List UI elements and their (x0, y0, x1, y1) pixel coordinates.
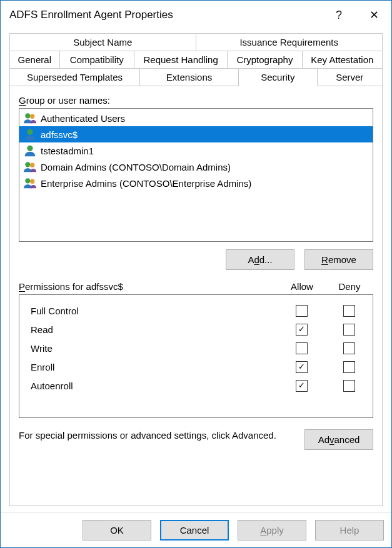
list-item-label: Enterprise Admins (CONTOSO\Enterprise Ad… (41, 178, 251, 189)
list-item[interactable]: tstestadmin1 (19, 142, 373, 159)
tab-extensions[interactable]: Extensions (140, 69, 239, 86)
allow-checkbox[interactable] (296, 380, 308, 392)
user-icon (23, 144, 37, 157)
permission-name: Autoenroll (31, 381, 278, 391)
list-item-label: Domain Admins (CONTOSO\Domain Admins) (41, 162, 231, 172)
help-button[interactable]: ? (321, 1, 356, 29)
permission-row: Write (19, 339, 373, 357)
allow-checkbox[interactable] (296, 324, 308, 336)
list-item[interactable]: Enterprise Admins (CONTOSO\Enterprise Ad… (19, 175, 373, 191)
tab-key-attestation[interactable]: Key Attestation (303, 51, 383, 69)
advanced-hint-text: For special permissions or advanced sett… (19, 429, 294, 442)
add-button[interactable]: Add... (226, 249, 294, 270)
dialog-body: Subject Name Issuance Requirements Gener… (1, 29, 391, 512)
tab-cryptography[interactable]: Cryptography (228, 51, 302, 69)
list-item[interactable]: adfssvc$ (19, 126, 373, 142)
list-item-label: tstestadmin1 (41, 146, 94, 156)
tab-general[interactable]: General (9, 51, 60, 69)
security-panel: Group or user names: Authenticated Users… (9, 86, 383, 506)
cancel-button[interactable]: Cancel (160, 520, 229, 541)
list-item-label: adfssvc$ (41, 129, 78, 140)
list-item[interactable]: Authenticated Users (19, 110, 373, 126)
allow-checkbox[interactable] (296, 361, 308, 373)
advanced-row: For special permissions or advanced sett… (19, 429, 373, 450)
titlebar: ADFS Enrollment Agent Properties ? ✕ (1, 1, 391, 29)
advanced-button[interactable]: Advanced (304, 429, 373, 450)
properties-dialog: ADFS Enrollment Agent Properties ? ✕ Sub… (0, 0, 392, 548)
tab-server[interactable]: Server (318, 69, 383, 86)
permission-row: Autoenroll (19, 376, 373, 395)
permission-name: Enroll (31, 362, 278, 372)
remove-button[interactable]: Remove (304, 249, 373, 270)
tab-compatibility[interactable]: Compatibility (60, 51, 134, 69)
column-allow: Allow (278, 281, 326, 292)
action-bar: OK Cancel Apply Help (1, 512, 391, 547)
permission-row: Enroll (19, 357, 373, 376)
tab-issuance-requirements[interactable]: Issuance Requirements (196, 33, 383, 51)
tab-security[interactable]: Security (239, 69, 317, 86)
group-user-list[interactable]: Authenticated Usersadfssvc$tstestadmin1D… (19, 108, 373, 242)
window-title: ADFS Enrollment Agent Properties (9, 9, 321, 21)
user-icon (23, 127, 37, 141)
column-deny: Deny (326, 281, 373, 292)
group-icon (23, 176, 37, 190)
ok-button[interactable]: OK (83, 520, 151, 541)
tab-superseded-templates[interactable]: Superseded Templates (9, 69, 140, 86)
close-button[interactable]: ✕ (356, 1, 391, 29)
allow-checkbox[interactable] (296, 342, 308, 354)
deny-checkbox[interactable] (343, 324, 355, 336)
group-icon (23, 111, 37, 125)
apply-button[interactable]: Apply (238, 520, 306, 541)
deny-checkbox[interactable] (343, 342, 355, 354)
permissions-header: Permissions for adfssvc$ Allow Deny (19, 281, 373, 292)
permissions-list: Full ControlReadWriteEnrollAutoenroll (19, 294, 373, 418)
group-icon (23, 160, 37, 174)
tab-request-handling[interactable]: Request Handling (134, 51, 228, 69)
permission-row: Read (19, 320, 373, 339)
permission-name: Read (31, 324, 278, 335)
deny-checkbox[interactable] (343, 380, 355, 392)
deny-checkbox[interactable] (343, 361, 355, 373)
list-item[interactable]: Domain Admins (CONTOSO\Domain Admins) (19, 159, 373, 175)
group-names-label: Group or user names: (19, 95, 373, 106)
tab-subject-name[interactable]: Subject Name (9, 33, 196, 51)
list-item-label: Authenticated Users (41, 113, 125, 124)
permission-name: Write (31, 343, 278, 354)
help-footer-button[interactable]: Help (315, 520, 384, 541)
deny-checkbox[interactable] (343, 305, 355, 317)
permission-name: Full Control (31, 306, 278, 316)
tab-strip: Subject Name Issuance Requirements Gener… (9, 33, 383, 86)
permission-row: Full Control (19, 301, 373, 320)
allow-checkbox[interactable] (296, 305, 308, 317)
